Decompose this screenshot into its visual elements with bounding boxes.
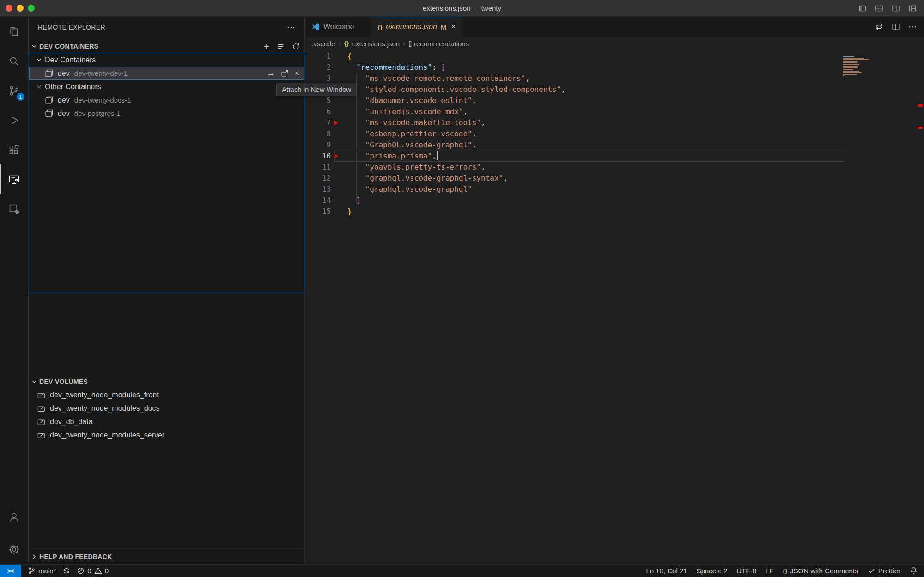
minimap[interactable] xyxy=(843,54,872,79)
volume-icon xyxy=(37,404,46,413)
braces-icon: {} xyxy=(783,568,787,574)
group-label: Other Containers xyxy=(45,83,101,91)
remote-explorer-icon[interactable] xyxy=(0,164,28,194)
problems-item[interactable]: 0 0 xyxy=(77,567,109,575)
git-modified-badge: M xyxy=(441,23,447,31)
code-line[interactable]: 12 "graphql.vscode-graphql-syntax", xyxy=(305,173,924,184)
open-changes-icon[interactable] xyxy=(875,23,883,31)
volume-name: dev_db_data xyxy=(50,418,93,426)
code-line[interactable]: 4 "styled-components.vscode-styled-compo… xyxy=(305,84,924,95)
close-window-button[interactable] xyxy=(6,5,12,12)
code-line[interactable]: 2 "recommendations": [ xyxy=(305,62,924,73)
language-mode-item[interactable]: {} JSON with Comments xyxy=(783,567,858,575)
titlebar-layout-actions xyxy=(858,4,917,12)
tab-welcome[interactable]: Welcome xyxy=(305,17,371,37)
code-line[interactable]: 8 "esbenp.prettier-vscode", xyxy=(305,128,924,140)
container-name: dev xyxy=(58,69,70,78)
attach-container-icon[interactable]: → xyxy=(267,69,275,77)
code-lines: 1{2 "recommendations": [3 "ms-vscode-rem… xyxy=(305,51,924,217)
more-actions-icon[interactable]: ⋯ xyxy=(908,22,917,32)
volume-item[interactable]: dev_twenty_node_modules_server xyxy=(29,428,304,442)
encoding-item[interactable]: UTF-8 xyxy=(736,567,756,575)
breadcrumb-folder[interactable]: .vscode xyxy=(311,40,335,48)
code-line[interactable]: 13 "graphql.vscode-graphql" xyxy=(305,184,924,195)
line-number: 13 xyxy=(305,184,331,195)
container-item[interactable]: devdev-twenty-dev-1→× xyxy=(29,67,304,80)
volume-name: dev_twenty_node_modules_front xyxy=(50,391,159,399)
notifications-item[interactable] xyxy=(910,567,918,575)
git-branch-item[interactable]: main* xyxy=(28,567,56,575)
cursor-position-item[interactable]: Ln 10, Col 21 xyxy=(646,567,687,575)
run-debug-icon[interactable] xyxy=(0,105,28,135)
toggle-panel-icon[interactable] xyxy=(875,4,883,12)
breadcrumb-file[interactable]: extensions.json xyxy=(352,40,400,48)
tab-extensions-json[interactable]: {} extensions.json M × xyxy=(371,17,462,37)
sync-changes-item[interactable] xyxy=(62,567,70,575)
gutter-marker xyxy=(334,173,340,184)
attach-new-window-icon[interactable] xyxy=(281,69,289,77)
json-file-icon: {} xyxy=(344,40,349,47)
bell-icon xyxy=(910,567,918,575)
breadcrumb-symbol[interactable]: recommendations xyxy=(414,40,469,48)
dev-containers-icon[interactable] xyxy=(0,194,28,224)
code-line[interactable]: 15} xyxy=(305,206,924,217)
sidebar-more-actions-icon[interactable]: ⋯ xyxy=(287,22,295,32)
container-name: dev xyxy=(58,109,70,118)
stop-container-icon[interactable]: × xyxy=(295,69,299,77)
volume-item[interactable]: dev_twenty_node_modules_front xyxy=(29,388,304,401)
minimize-window-button[interactable] xyxy=(17,5,24,12)
search-icon[interactable] xyxy=(0,46,28,76)
toggle-secondary-sidebar-icon[interactable] xyxy=(892,4,900,12)
toggle-primary-sidebar-icon[interactable] xyxy=(858,4,867,12)
code-line[interactable]: 14 ] xyxy=(305,195,924,206)
explorer-icon[interactable] xyxy=(0,17,28,46)
container-description: dev-twenty-docs-1 xyxy=(74,96,131,104)
line-number: 12 xyxy=(305,173,331,184)
extensions-icon[interactable] xyxy=(0,135,28,164)
line-number: 5 xyxy=(305,95,331,106)
zoom-window-button[interactable] xyxy=(28,5,35,12)
tree-group-row[interactable]: Dev Containers xyxy=(29,53,304,67)
code-line[interactable]: 7 "ms-vscode.makefile-tools", xyxy=(305,117,924,128)
code-line[interactable]: 9 "GraphQL.vscode-graphql", xyxy=(305,140,924,151)
code-text: "yoavbls.pretty-ts-errors", xyxy=(347,162,486,173)
gutter-marker xyxy=(334,140,340,151)
accounts-icon[interactable] xyxy=(0,502,28,532)
sync-icon xyxy=(62,567,70,575)
scm-badge: 1 xyxy=(17,93,24,101)
breadcrumb-separator: › xyxy=(403,39,405,48)
filter-icon[interactable] xyxy=(277,43,285,50)
tree-group-row[interactable]: Other Containers xyxy=(29,80,304,93)
editor-actions: ⋯ xyxy=(875,17,924,37)
vscode-logo-icon xyxy=(311,23,320,31)
container-item[interactable]: devdev-twenty-docs-1 xyxy=(29,93,304,107)
eol-item[interactable]: LF xyxy=(766,567,774,575)
code-line[interactable]: 10 "prisma.prisma", xyxy=(305,151,924,162)
remote-indicator[interactable]: >< xyxy=(0,565,21,577)
line-number: 11 xyxy=(305,162,331,173)
code-line[interactable]: 3 "ms-vscode-remote.remote-containers", xyxy=(305,73,924,84)
dev-containers-header[interactable]: DEV CONTAINERS + xyxy=(29,40,304,53)
close-tab-icon[interactable]: × xyxy=(451,22,456,31)
formatter-item[interactable]: Prettier xyxy=(868,567,900,575)
volume-name: dev_twenty_node_modules_server xyxy=(50,431,164,439)
code-line[interactable]: 1{ xyxy=(305,51,924,62)
volume-item[interactable]: dev_twenty_node_modules_docs xyxy=(29,401,304,415)
code-line[interactable]: 6 "unifiedjs.vscode-mdx", xyxy=(305,106,924,117)
source-control-icon[interactable]: 1 xyxy=(0,76,28,105)
indentation-item[interactable]: Spaces: 2 xyxy=(697,567,728,575)
volume-item[interactable]: dev_db_data xyxy=(29,415,304,428)
help-and-feedback-header[interactable]: HELP AND FEEDBACK xyxy=(29,548,304,564)
refresh-icon[interactable] xyxy=(292,43,300,50)
group-label: Dev Containers xyxy=(45,56,96,64)
code-editor[interactable]: 1{2 "recommendations": [3 "ms-vscode-rem… xyxy=(305,50,924,564)
settings-gear-icon[interactable] xyxy=(0,534,28,564)
code-line[interactable]: 11 "yoavbls.pretty-ts-errors", xyxy=(305,162,924,173)
dev-volumes-header[interactable]: DEV VOLUMES xyxy=(29,375,304,388)
volume-name: dev_twenty_node_modules_docs xyxy=(50,404,160,413)
new-container-icon[interactable]: + xyxy=(264,42,269,51)
split-editor-icon[interactable] xyxy=(892,23,900,31)
container-item[interactable]: devdev-postgres-1 xyxy=(29,107,304,120)
code-line[interactable]: 5 "dbaeumer.vscode-eslint", xyxy=(305,95,924,106)
customize-layout-icon[interactable] xyxy=(908,4,917,12)
